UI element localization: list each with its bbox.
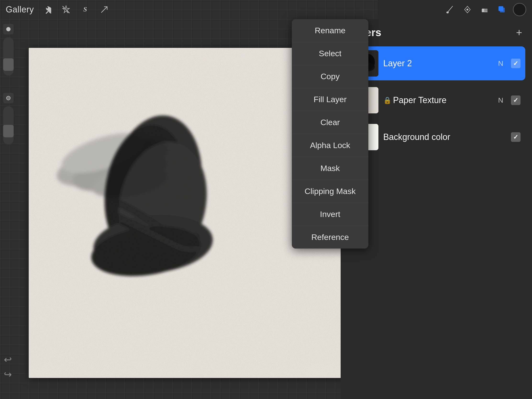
layer2-mode: N xyxy=(498,59,503,67)
context-select[interactable]: Select xyxy=(292,42,368,65)
undo-redo-container: ↩ ↪ xyxy=(4,354,12,380)
paper-texture-name: Paper Texture xyxy=(393,95,493,105)
context-alpha-lock[interactable]: Alpha Lock xyxy=(292,134,368,157)
lock-icon: 🔒 xyxy=(383,96,392,104)
svg-point-5 xyxy=(446,12,449,13)
svg-line-1 xyxy=(63,6,69,13)
opacity-slider-container xyxy=(3,93,14,145)
wrench-button[interactable] xyxy=(41,3,53,16)
layer-item-layer2[interactable]: Layer 2 N xyxy=(347,46,525,80)
context-fill-layer[interactable]: Fill Layer xyxy=(292,88,368,111)
context-invert[interactable]: Invert xyxy=(292,203,368,226)
brush-size-slider-container xyxy=(3,24,14,76)
paper-texture-name-row: 🔒 Paper Texture xyxy=(383,95,493,105)
context-copy[interactable]: Copy xyxy=(292,65,368,88)
layers-tool-button[interactable] xyxy=(496,3,508,16)
background-name: Background color xyxy=(383,132,506,142)
magic-button[interactable] xyxy=(60,3,72,16)
context-rename[interactable]: Rename xyxy=(292,19,368,42)
pen-tool-button[interactable] xyxy=(461,3,474,16)
brush-size-dot xyxy=(6,27,11,31)
paper-texture-mode: N xyxy=(498,96,503,104)
left-sidebar: ↩ ↪ xyxy=(0,19,17,399)
context-clear[interactable]: Clear xyxy=(292,111,368,134)
opacity-toggle[interactable] xyxy=(3,93,14,103)
brush-size-thumb[interactable] xyxy=(3,58,14,71)
eraser-tool-button[interactable] xyxy=(478,3,491,16)
toolbar-right xyxy=(444,3,526,16)
layers-panel: Layers + Layer 2 N 🔒 Paper Texture xyxy=(341,19,532,399)
svg-point-6 xyxy=(466,9,468,11)
context-menu: Rename Select Copy Fill Layer Clear Alph… xyxy=(292,19,368,248)
svg-text:S: S xyxy=(83,6,87,13)
layer2-name: Layer 2 xyxy=(383,58,493,68)
undo-button[interactable]: ↩ xyxy=(4,354,12,365)
brush-tool-button[interactable] xyxy=(444,3,456,16)
gallery-button[interactable]: Gallery xyxy=(6,5,34,15)
opacity-thumb[interactable] xyxy=(3,125,14,137)
add-layer-button[interactable]: + xyxy=(513,26,525,39)
opacity-slider[interactable] xyxy=(3,106,14,145)
opacity-dot xyxy=(6,96,11,100)
color-picker-button[interactable] xyxy=(513,3,526,16)
brush-size-toggle[interactable] xyxy=(3,24,14,34)
background-checkbox[interactable] xyxy=(511,132,520,142)
layer2-checkbox[interactable] xyxy=(511,59,520,68)
svg-line-4 xyxy=(448,6,453,12)
layers-header: Layers + xyxy=(347,26,525,39)
toolbar: Gallery S xyxy=(0,0,532,19)
layer-item-paper-texture[interactable]: 🔒 Paper Texture N xyxy=(347,83,525,117)
selection-button[interactable]: S xyxy=(79,3,91,16)
redo-button[interactable]: ↪ xyxy=(4,369,12,380)
svg-rect-11 xyxy=(500,8,505,13)
transform-button[interactable] xyxy=(98,3,111,16)
layer-item-background[interactable]: Background color xyxy=(347,120,525,154)
svg-line-3 xyxy=(101,7,107,13)
brush-size-slider[interactable] xyxy=(3,37,14,76)
paper-texture-checkbox[interactable] xyxy=(511,95,520,105)
context-reference[interactable]: Reference xyxy=(292,226,368,248)
toolbar-left: Gallery S xyxy=(6,3,111,16)
context-clipping-mask[interactable]: Clipping Mask xyxy=(292,180,368,203)
svg-rect-8 xyxy=(484,9,488,12)
context-mask[interactable]: Mask xyxy=(292,157,368,180)
